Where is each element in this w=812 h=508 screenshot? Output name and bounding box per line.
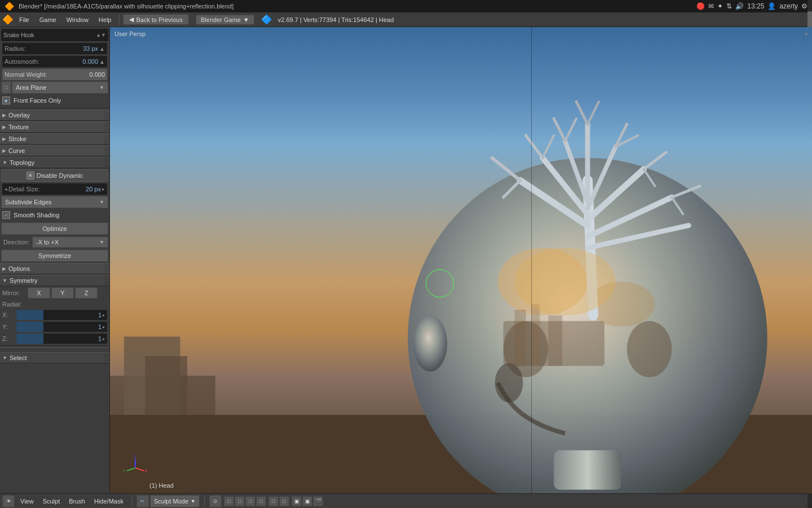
detail-size-value[interactable]: 20 px <box>86 186 101 192</box>
texture-section[interactable]: ▶ Texture <box>0 121 109 133</box>
dropdown-arrow-icon: ▼ <box>99 85 104 90</box>
orbit-icon[interactable]: ⊙ <box>209 495 222 507</box>
direction-row: Direction: -X to +X ▼ <box>0 236 109 248</box>
mode-select[interactable]: Sculpt Mode ▼ <box>150 495 200 507</box>
radial-y-row: Y: 1 ▸ <box>0 321 109 332</box>
bottom-brush[interactable]: Brush <box>65 498 89 505</box>
radial-z-slider[interactable]: 1 ▸ <box>16 334 107 344</box>
svg-rect-36 <box>514 310 526 366</box>
main-area: Snake Hook ▲▼ Radius: 33 px ▲ Autosmooth… <box>0 27 812 493</box>
menu-game[interactable]: Game <box>35 15 61 24</box>
render-btn-3[interactable]: 🎬 <box>313 496 323 506</box>
menu-window[interactable]: Window <box>62 15 93 24</box>
view-btn-6[interactable]: □ <box>279 496 289 506</box>
select-label: Select <box>10 354 27 361</box>
radius-value[interactable]: 33 px <box>83 45 98 52</box>
svg-text:Z: Z <box>134 454 136 459</box>
axis-indicator: X Y Z <box>121 454 149 482</box>
svg-line-26 <box>588 102 599 124</box>
view-btn-5[interactable]: □ <box>268 496 279 506</box>
overlay-arrow-icon: ▶ <box>2 112 6 118</box>
render-btn-1[interactable]: ▣ <box>292 496 302 506</box>
svg-line-40 <box>135 468 144 471</box>
overlay-section[interactable]: ▶ Overlay <box>0 110 109 121</box>
direction-select[interactable]: -X to +X ▼ <box>32 237 108 248</box>
subdivide-edges-select[interactable]: Subdivide Edges ▼ <box>1 196 108 208</box>
radius-label: Radius: <box>5 45 25 52</box>
svg-point-34 <box>413 316 447 372</box>
viewport[interactable]: User Persp + X Y Z (1) Head <box>110 27 812 493</box>
left-panel: Snake Hook ▲▼ Radius: 33 px ▲ Autosmooth… <box>0 27 110 493</box>
front-faces-row: ■ Front Faces Only <box>0 94 109 107</box>
area-plane-icon[interactable]: □ <box>1 81 11 94</box>
brush-name-row: Snake Hook ▲▼ <box>1 29 108 41</box>
frame-label: (1) Head <box>149 482 174 489</box>
view-btn-3[interactable]: □ <box>245 496 255 506</box>
bottom-hide-mask[interactable]: Hide/Mask <box>91 498 127 505</box>
radial-y-value: 1 <box>98 323 102 330</box>
view-btn-4[interactable]: □ <box>256 496 266 506</box>
area-plane-row: □ Area Plane ▼ <box>1 81 108 94</box>
mirror-y-button[interactable]: Y <box>51 287 74 299</box>
mirror-z-button[interactable]: Z <box>75 287 98 299</box>
view-icon[interactable]: 👁 <box>2 495 15 507</box>
back-to-previous-button[interactable]: ◀ Back to Previous <box>123 14 189 25</box>
svg-rect-38 <box>548 316 562 366</box>
mirror-label: Mirror: <box>2 290 28 296</box>
view-btn-2[interactable]: □ <box>235 496 245 506</box>
engine-select[interactable]: Blender Game ▼ <box>196 15 254 25</box>
curve-arrow-icon: ▶ <box>2 148 6 154</box>
smooth-shading-checkbox[interactable]: ✓ <box>2 211 10 219</box>
options-section[interactable]: ▶ Options <box>0 263 109 274</box>
detail-size-left-icon: ◂ <box>5 186 7 192</box>
title-text: Blender* [/media/18EA-A1C5/parallax with… <box>19 3 692 10</box>
radial-y-slider[interactable]: 1 ▸ <box>16 322 107 332</box>
x-icon: ✕ <box>27 172 34 179</box>
autosmooth-row: Autosmooth: 0.000 ▲ <box>1 55 108 68</box>
svg-line-22 <box>542 135 554 158</box>
radial-header: Radial: <box>0 300 109 309</box>
symmetrize-button[interactable]: Symmetrize <box>1 249 108 262</box>
sculpture-svg <box>307 64 812 493</box>
radial-x-slider[interactable]: 1 ▸ <box>16 310 107 320</box>
view-btn-1[interactable]: □ <box>224 496 234 506</box>
titlebar: 🔶 Blender* [/media/18EA-A1C5/parallax wi… <box>0 0 812 12</box>
autosmooth-value[interactable]: 0.000 <box>83 58 99 65</box>
select-header[interactable]: ▼ Select <box>0 352 109 364</box>
render-btn-2[interactable]: ▣ <box>302 496 312 506</box>
topology-header[interactable]: ▼ Topology <box>0 157 109 168</box>
texture-arrow-icon: ▶ <box>2 124 6 130</box>
radial-y-label: Y: <box>2 323 16 330</box>
optimize-button[interactable]: Optimize <box>1 222 108 235</box>
disable-dynamic-button[interactable]: ✕ Disable Dynamic <box>1 169 108 182</box>
menu-help[interactable]: Help <box>94 15 116 24</box>
detail-size-row: ◂ Detail Size: 20 px ▸ <box>1 183 108 195</box>
stroke-section[interactable]: ▶ Stroke <box>0 133 109 144</box>
bottom-view[interactable]: View <box>17 498 37 505</box>
mail-icon: ✉ <box>708 2 714 10</box>
front-faces-checkbox[interactable]: ■ <box>2 97 10 104</box>
radial-label: Radial: <box>2 301 21 308</box>
svg-point-39 <box>514 248 615 316</box>
view-buttons: □ □ □ □ □ □ ▣ ▣ 🎬 <box>224 496 323 506</box>
blender-logo: 🔶 <box>5 2 14 11</box>
settings-icon[interactable]: ⚙ <box>801 2 807 10</box>
svg-line-24 <box>565 119 576 141</box>
dropdown-arrow-icon: ▼ <box>243 16 249 23</box>
bottom-sculpt[interactable]: Sculpt <box>39 498 64 505</box>
svg-line-29 <box>643 152 666 169</box>
symmetry-header[interactable]: ▼ Symmetry <box>0 275 109 286</box>
viewport-corner-icon[interactable]: + <box>804 29 809 38</box>
overlay-label: Overlay <box>8 112 30 119</box>
radial-x-row: X: 1 ▸ <box>0 309 109 321</box>
normal-weight-value[interactable]: 0.000 <box>89 71 105 78</box>
svg-text:X: X <box>144 468 148 474</box>
area-plane-select[interactable]: Area Plane ▼ <box>12 81 108 94</box>
disable-dynamic-row: ✕ Disable Dynamic <box>1 169 108 182</box>
normal-weight-label: Normal Weight: <box>5 71 47 78</box>
menu-file[interactable]: File <box>15 15 34 24</box>
curve-section[interactable]: ▶ Curve <box>0 145 109 156</box>
radial-x-label: X: <box>2 312 16 318</box>
mirror-x-button[interactable]: X <box>28 287 50 299</box>
sculpt-mode-icon: ✏ <box>136 495 149 507</box>
